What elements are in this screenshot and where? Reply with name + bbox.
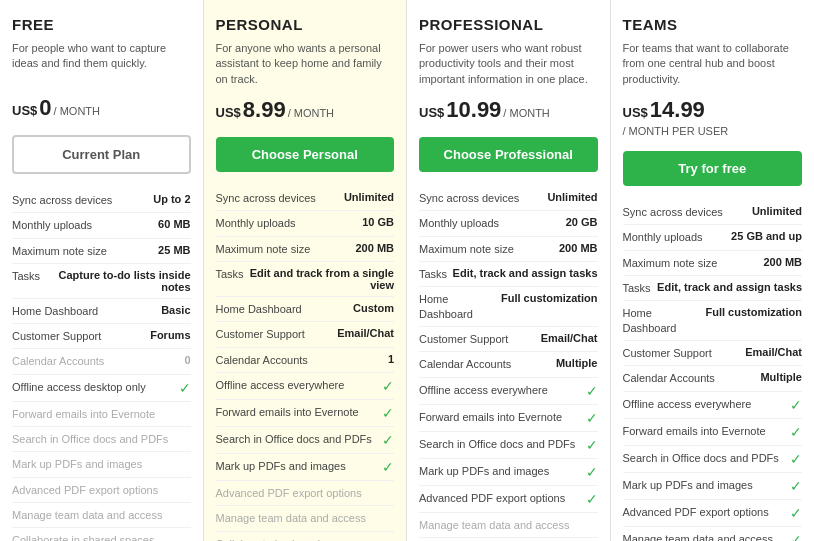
feature-row: Manage team data and access [12, 503, 191, 528]
feature-label: Home Dashboard [419, 292, 501, 321]
feature-label: Sync across devices [623, 205, 743, 219]
cta-button-personal[interactable]: Choose Personal [216, 137, 395, 172]
feature-row: Forward emails into Evernote✓ [623, 419, 803, 446]
feature-label: Mark up PDFs and images [419, 464, 586, 478]
price-period-free: / MONTH [54, 105, 100, 117]
feature-label: Calendar Accounts [216, 353, 335, 367]
feature-value: 1 [334, 353, 394, 365]
feature-row: Search in Office docs and PDFs [12, 427, 191, 452]
feature-label: Monthly uploads [419, 216, 538, 230]
feature-row: Sync across devicesUnlimited [623, 200, 803, 225]
price-amount-professional: 10.99 [446, 97, 501, 123]
plan-desc-professional: For power users who want robust producti… [419, 41, 598, 87]
feature-value: Email/Chat [334, 327, 394, 339]
feature-row: Search in Office docs and PDFs✓ [216, 427, 395, 454]
feature-row: Home DashboardBasic [12, 299, 191, 324]
feature-value: 20 GB [538, 216, 598, 228]
feature-check-icon: ✓ [382, 459, 394, 475]
feature-value: 0 [131, 354, 191, 366]
plan-desc-personal: For anyone who wants a personal assistan… [216, 41, 395, 87]
feature-check-icon: ✓ [790, 532, 802, 541]
feature-row: Mark up PDFs and images✓ [419, 459, 598, 486]
feature-value: Multiple [742, 371, 802, 383]
feature-value: Email/Chat [538, 332, 598, 344]
feature-row: Monthly uploads20 GB [419, 211, 598, 236]
feature-row: Manage team data and access [419, 513, 598, 538]
feature-row: Home DashboardFull customization [419, 287, 598, 327]
plan-desc-teams: For teams that want to collaborate from … [623, 41, 803, 87]
feature-value: Edit and track from a single view [244, 267, 394, 291]
feature-row: Forward emails into Evernote [12, 402, 191, 427]
feature-value: 60 MB [131, 218, 191, 230]
feature-check-icon: ✓ [586, 464, 598, 480]
feature-label: Maximum note size [623, 256, 743, 270]
features-table-teams: Sync across devicesUnlimitedMonthly uplo… [623, 200, 803, 541]
feature-row: Manage team data and access✓ [623, 527, 803, 541]
feature-row: Advanced PDF export options✓ [623, 500, 803, 527]
feature-row: Offline access everywhere✓ [623, 392, 803, 419]
feature-row: Sync across devicesUp to 2 [12, 188, 191, 213]
feature-label: Sync across devices [216, 191, 335, 205]
feature-value: Unlimited [742, 205, 802, 217]
feature-row: Maximum note size200 MB [419, 237, 598, 262]
features-table-professional: Sync across devicesUnlimitedMonthly uplo… [419, 186, 598, 541]
feature-value: Custom [334, 302, 394, 314]
price-prefix-personal: US$ [216, 105, 241, 120]
feature-row: Monthly uploads25 GB and up [623, 225, 803, 250]
feature-label: Home Dashboard [12, 304, 131, 318]
feature-value: Unlimited [538, 191, 598, 203]
feature-value: Email/Chat [742, 346, 802, 358]
feature-row: Calendar AccountsMultiple [623, 366, 803, 391]
feature-value: 10 GB [334, 216, 394, 228]
feature-check-icon: ✓ [790, 478, 802, 494]
feature-label: Customer Support [12, 329, 131, 343]
feature-value: 25 GB and up [731, 230, 802, 242]
feature-value: Capture to-do lists inside notes [40, 269, 190, 293]
feature-check-icon: ✓ [790, 505, 802, 521]
plan-col-professional: PROFESSIONALFor power users who want rob… [407, 0, 611, 541]
cta-button-professional[interactable]: Choose Professional [419, 137, 598, 172]
feature-value: Unlimited [334, 191, 394, 203]
price-amount-free: 0 [39, 95, 51, 121]
feature-row: TasksEdit, track and assign tasks [623, 276, 803, 301]
features-table-personal: Sync across devicesUnlimitedMonthly uplo… [216, 186, 395, 541]
feature-label: Calendar Accounts [12, 354, 131, 368]
price-prefix-teams: US$ [623, 105, 648, 120]
feature-row: Sync across devicesUnlimited [419, 186, 598, 211]
feature-check-icon: ✓ [586, 410, 598, 426]
feature-label: Maximum note size [216, 242, 335, 256]
feature-row: TasksCapture to-do lists inside notes [12, 264, 191, 299]
feature-label: Forward emails into Evernote [12, 407, 191, 421]
plan-price-teams: US$14.99 / MONTH PER USER [623, 97, 803, 137]
feature-row: Maximum note size200 MB [216, 237, 395, 262]
feature-row: Maximum note size200 MB [623, 251, 803, 276]
feature-label: Maximum note size [12, 244, 131, 258]
feature-value: Full customization [705, 306, 802, 318]
feature-label: Manage team data and access [216, 511, 395, 525]
feature-label: Search in Office docs and PDFs [419, 437, 586, 451]
price-prefix-professional: US$ [419, 105, 444, 120]
plan-col-free: FREEFor people who want to capture ideas… [0, 0, 204, 541]
cta-button-teams[interactable]: Try for free [623, 151, 803, 186]
feature-row: Customer SupportEmail/Chat [216, 322, 395, 347]
feature-label: Manage team data and access [623, 532, 791, 541]
feature-check-icon: ✓ [790, 424, 802, 440]
feature-label: Collaborate in shared spaces [12, 533, 191, 541]
plan-name-teams: TEAMS [623, 16, 803, 33]
feature-row: Customer SupportForums [12, 324, 191, 349]
cta-button-free[interactable]: Current Plan [12, 135, 191, 174]
price-amount-personal: 8.99 [243, 97, 286, 123]
feature-label: Sync across devices [419, 191, 538, 205]
feature-label: Monthly uploads [216, 216, 335, 230]
feature-label: Calendar Accounts [419, 357, 538, 371]
feature-row: Collaborate in shared spaces [216, 532, 395, 541]
feature-label: Calendar Accounts [623, 371, 743, 385]
feature-label: Forward emails into Evernote [623, 424, 791, 438]
feature-label: Mark up PDFs and images [216, 459, 383, 473]
feature-row: Mark up PDFs and images✓ [216, 454, 395, 481]
feature-label: Customer Support [216, 327, 335, 341]
price-period-personal: / MONTH [288, 107, 334, 119]
plan-price-personal: US$8.99 / MONTH [216, 97, 395, 123]
feature-value: Multiple [538, 357, 598, 369]
feature-check-icon: ✓ [586, 491, 598, 507]
